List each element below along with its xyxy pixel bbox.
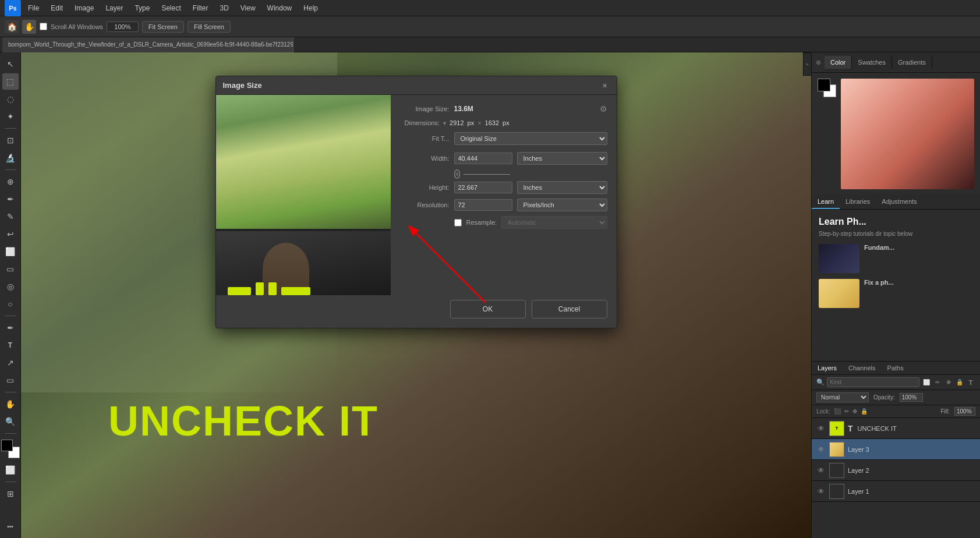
layer-filter-pixel-icon[interactable]: ⬜ [922,378,931,387]
hand-tool-btn[interactable]: ✋ [22,20,36,34]
resolution-input[interactable] [454,199,512,211]
lock-artboards-icon[interactable]: ✥ [852,408,857,415]
image-size-dialog: Image Size × [215,76,617,328]
channels-tab[interactable]: Channels [843,362,881,374]
menu-image[interactable]: Image [70,3,98,13]
lock-transform-icon[interactable]: ✏ [844,408,849,415]
lasso-tool[interactable]: ◌ [2,91,19,107]
magic-wand-tool[interactable]: ✦ [2,108,19,125]
fit-to-row: Fit T... Original Size [400,132,607,145]
learn-card-1[interactable]: Fundam... [819,244,973,273]
color-tab[interactable]: Color [825,56,852,69]
move-tool[interactable]: ↖ [2,56,19,72]
resolution-unit-select[interactable]: Pixels/Inch [517,199,607,211]
fit-to-select[interactable]: Original Size [454,132,607,145]
eyedropper-tool[interactable]: 🔬 [2,150,19,166]
layer-item-uncheck-it[interactable]: 👁 T T UNCHECK IT [812,418,980,439]
layer-filter-move-icon[interactable]: ✥ [944,378,953,387]
cancel-button[interactable]: Cancel [532,300,607,318]
height-unit-select[interactable]: Inches [517,181,607,194]
menu-window[interactable]: Window [263,3,297,13]
selection-tool[interactable]: ⬚ [2,73,19,90]
height-input[interactable] [454,182,512,193]
layers-search-input[interactable] [827,377,919,387]
menu-help[interactable]: Help [299,3,323,13]
extra-tools-btn[interactable]: ••• [2,518,19,535]
learn-card-1-title: Fundam... [864,244,894,251]
learn-card-2-title: Fix a ph... [864,279,894,286]
scroll-all-windows-checkbox[interactable] [40,23,47,30]
adjustments-tab[interactable]: Adjustments [876,195,923,209]
layer-name-2: Layer 2 [848,467,975,474]
resample-method-select[interactable]: Automatic [501,216,607,229]
gradients-tab[interactable]: Gradients [892,56,932,69]
menu-view[interactable]: View [236,3,260,13]
zoom-tool[interactable]: 🔍 [2,413,19,430]
panel-settings-icon[interactable]: ⚙ [812,52,825,72]
hand-tool[interactable]: ✋ [2,396,19,412]
clone-stamp-tool[interactable]: ✎ [2,208,19,225]
crop-tool[interactable]: ⊡ [2,132,19,148]
menu-select[interactable]: Select [157,3,185,13]
height-row: Height: Inches [400,181,607,194]
pen-tool[interactable]: ✒ [2,320,19,336]
menu-edit[interactable]: Edit [46,3,68,13]
learn-tab[interactable]: Learn [812,195,840,209]
resample-row: Resample: Automatic [400,216,607,229]
layers-search-icon: 🔍 [816,378,825,386]
foreground-color-swatch[interactable] [818,79,830,91]
layer-filter-text-icon[interactable]: T [966,378,975,387]
layer-item-3[interactable]: 👁 Layer 3 [812,439,980,460]
layer-filter-lock-icon[interactable]: 🔒 [955,378,964,387]
layer-visibility-4[interactable]: 👁 [816,487,826,496]
paths-tab[interactable]: Paths [882,362,910,374]
lock-all-icon[interactable]: 🔒 [861,408,868,415]
fill-input[interactable] [954,407,975,416]
tool-divider-1 [5,128,16,129]
text-tool[interactable]: T [2,337,19,353]
opacity-input[interactable] [900,393,923,402]
path-selection-tool[interactable]: ↗ [2,355,19,371]
layers-tab[interactable]: Layers [812,362,843,374]
gradient-tool[interactable]: ▭ [2,261,19,277]
dodge-tool[interactable]: ○ [2,296,19,312]
document-tab[interactable]: bompom_World_Through_the_Viewfinder_of_a… [2,37,293,52]
layer-visibility-2[interactable]: 👁 [816,445,826,454]
lock-position-icon[interactable]: ⬛ [834,408,841,415]
fill-screen-button[interactable]: Fill Screen [187,21,231,33]
foreground-color-chip[interactable] [1,440,13,451]
resample-checkbox[interactable] [454,219,462,226]
libraries-tab[interactable]: Libraries [840,195,876,209]
screen-mode-tool[interactable]: ⊞ [2,486,19,502]
blur-tool[interactable]: ◎ [2,278,19,295]
zoom-input[interactable] [107,22,139,32]
dialog-close-button[interactable]: × [600,81,610,90]
quick-mask-toggle[interactable]: ⬜ [2,462,19,478]
settings-gear-icon[interactable]: ⚙ [600,104,607,114]
home-icon[interactable]: 🏠 [5,20,19,34]
menu-3d[interactable]: 3D [215,3,233,13]
layer-visibility-3[interactable]: 👁 [816,466,826,475]
shape-tool[interactable]: ▭ [2,372,19,388]
brush-tool[interactable]: ✒ [2,191,19,207]
layer-visibility-1[interactable]: 👁 [816,424,826,433]
layer-filter-edit-icon[interactable]: ✏ [933,378,942,387]
layer-item-2[interactable]: 👁 Layer 2 [812,460,980,481]
healing-brush-tool[interactable]: ⊕ [2,174,19,190]
learn-card-2[interactable]: Fix a ph... [819,279,973,308]
history-brush-tool[interactable]: ↩ [2,226,19,242]
menu-layer[interactable]: Layer [101,3,128,13]
fit-screen-button[interactable]: Fit Screen [142,21,184,33]
layer-item-1[interactable]: 👁 Layer 1 [812,481,980,502]
swatches-tab[interactable]: Swatches [852,56,892,69]
menu-type[interactable]: Type [130,3,154,13]
width-input[interactable] [454,153,512,164]
width-unit-select[interactable]: Inches [517,152,607,165]
eraser-tool[interactable]: ⬜ [2,243,19,260]
tool-divider-2 [5,169,16,170]
ok-button[interactable]: OK [450,300,526,318]
blend-mode-select[interactable]: Normal [816,392,869,402]
menu-filter[interactable]: Filter [188,3,213,13]
dimensions-arrow-icon[interactable]: ▾ [443,120,446,126]
menu-file[interactable]: File [23,3,44,13]
